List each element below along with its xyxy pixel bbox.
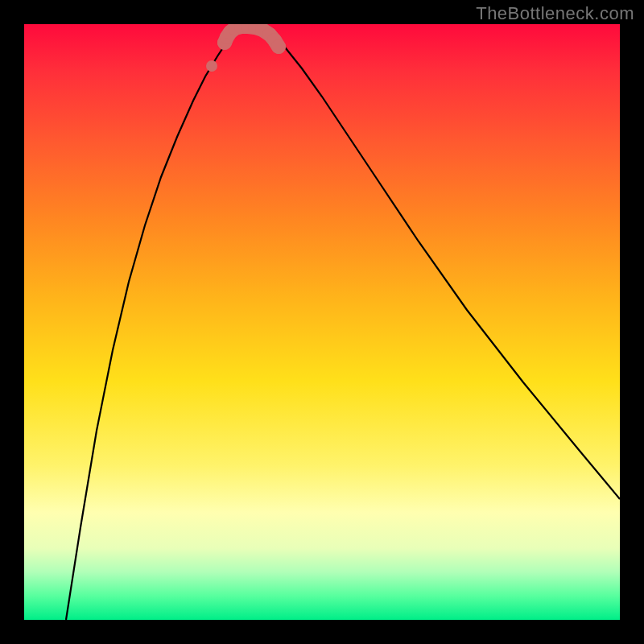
valley-floor-markers xyxy=(206,24,286,72)
plot-area xyxy=(24,24,620,620)
chart-frame: TheBottleneck.com xyxy=(0,0,644,644)
left-curve xyxy=(66,30,237,620)
valley-marker xyxy=(271,39,286,54)
valley-marker xyxy=(206,60,217,72)
curves-layer xyxy=(24,24,620,620)
right-curve xyxy=(266,30,620,499)
watermark-text: TheBottleneck.com xyxy=(476,3,634,24)
